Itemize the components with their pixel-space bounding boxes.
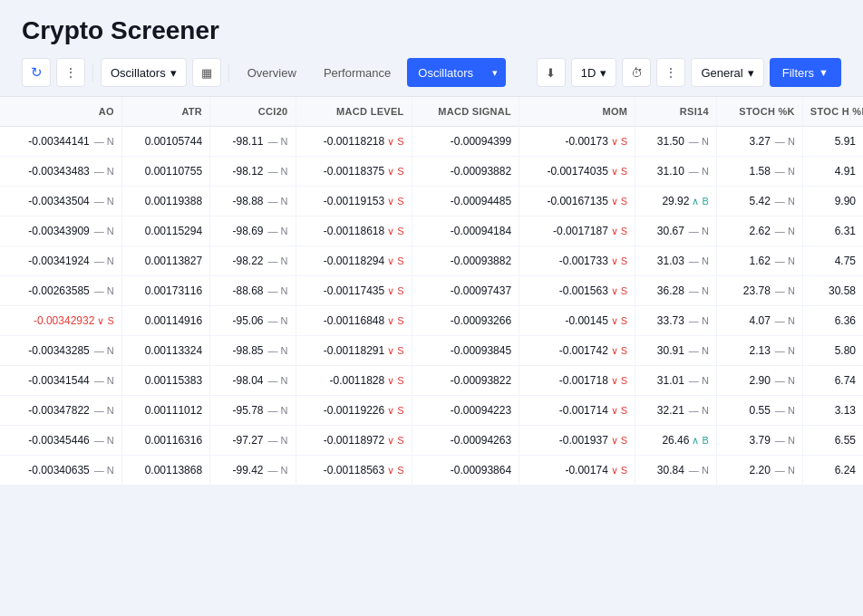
signal-sell: ∨ S	[611, 226, 627, 237]
cci20-value: -98.69	[233, 225, 264, 237]
atr-value: 0.00116316	[145, 434, 202, 447]
refresh-button[interactable]: ↻	[22, 58, 51, 87]
signal-neutral: — N	[94, 285, 114, 296]
cell-stoch-k: 1.62 — N	[716, 246, 802, 276]
col-stoch-d[interactable]: STOC H %D	[802, 97, 863, 127]
general-arrow-icon: ▾	[748, 66, 754, 80]
stoch-k-value: 2.62	[749, 225, 770, 237]
atr-value: 0.00111012	[145, 404, 202, 417]
general-dropdown[interactable]: General ▾	[691, 58, 763, 87]
signal-neutral: — N	[268, 255, 288, 266]
col-macd-signal[interactable]: MACD SIGNAL	[412, 97, 519, 127]
cell-ao: -0.00343483 — N	[0, 157, 121, 187]
rsi14-value: 30.91	[657, 344, 684, 357]
macd-level-value: -0.00118375	[324, 165, 384, 178]
cell-stoch-d: 6.36	[802, 306, 863, 336]
table-row: -0.00344141 — N 0.00105744 -98.11 — N -0…	[0, 127, 863, 157]
cell-stoch-d: 6.31	[802, 217, 863, 246]
cci20-value: -95.78	[233, 404, 264, 417]
signal-sell: ∨ S	[387, 345, 403, 357]
rsi14-value: 32.21	[657, 404, 684, 417]
cci20-value: -98.22	[233, 255, 264, 267]
mom-value: -0.001563	[559, 284, 608, 297]
tab-performance[interactable]: Performance	[313, 58, 402, 87]
oscillators-dropdown[interactable]: Oscillators ▾	[101, 58, 187, 87]
cell-ao: -0.00341544 — N	[0, 366, 121, 396]
table-row: -0.00343504 — N 0.00119388 -98.88 — N -0…	[0, 187, 863, 217]
macd-level-value: -0.00118618	[324, 225, 384, 237]
tab-oscillators-dropdown[interactable]: ▾	[484, 58, 506, 87]
col-rsi14[interactable]: RSI14	[635, 97, 717, 127]
cell-atr: 0.00119388	[121, 187, 209, 217]
tab-overview-label: Overview	[247, 66, 296, 80]
cell-macd-signal: -0.00097437	[412, 276, 519, 306]
col-stoch-k[interactable]: STOCH %K	[716, 97, 802, 127]
interval-arrow-icon: ▾	[600, 66, 606, 80]
cell-rsi14: 26.46 ∧ B	[635, 426, 717, 456]
col-cci20[interactable]: CCI20	[210, 97, 296, 127]
chart-icon: ▦	[201, 66, 212, 80]
signal-sell: ∨ S	[387, 375, 403, 387]
cell-stoch-d: 3.13	[802, 396, 863, 426]
cell-ao: -0.00347822 — N	[0, 396, 121, 426]
signal-buy: ∧ B	[692, 435, 708, 447]
cell-stoch-k: 2.62 — N	[716, 217, 802, 246]
signal-neutral: — N	[94, 136, 114, 147]
col-ao[interactable]: AO	[0, 97, 121, 127]
clock-button[interactable]: ⏱	[622, 58, 651, 87]
table-container: AO ATR CCI20 MACD LEVEL MACD SIGNAL MOM …	[0, 96, 863, 485]
cell-macd-signal: -0.00093266	[412, 306, 519, 336]
signal-neutral: — N	[94, 465, 114, 476]
atr-value: 0.00114916	[145, 314, 202, 327]
signal-neutral: — N	[775, 136, 795, 147]
cell-macd-level: -0.00118563 ∨ S	[296, 456, 412, 486]
cell-mom: -0.001742 ∨ S	[519, 336, 635, 366]
col-atr[interactable]: ATR	[121, 97, 209, 127]
cell-cci20: -99.42 — N	[210, 456, 296, 486]
table-row: -0.00341924 — N 0.00113827 -98.22 — N -0…	[0, 246, 863, 276]
cell-stoch-k: 2.13 — N	[716, 336, 802, 366]
download-button[interactable]: ⬇	[537, 58, 566, 87]
tab-performance-label: Performance	[324, 66, 391, 80]
settings-button[interactable]: ⋮	[656, 58, 685, 87]
ao-value: -0.00343285	[28, 344, 89, 357]
signal-neutral: — N	[94, 375, 114, 386]
cell-atr: 0.00113324	[121, 336, 209, 366]
stoch-d-value: 5.91	[835, 135, 856, 148]
signal-sell: ∨ S	[611, 345, 627, 357]
more-button[interactable]: ⋮	[56, 58, 85, 87]
cell-macd-level: -0.00118291 ∨ S	[296, 336, 412, 366]
cell-cci20: -95.06 — N	[210, 306, 296, 336]
cell-macd-level: -0.00118375 ∨ S	[296, 157, 412, 187]
filters-label: Filters	[782, 66, 814, 80]
signal-sell: ∨ S	[387, 315, 403, 327]
cell-stoch-d: 6.74	[802, 366, 863, 396]
cell-atr: 0.00105744	[121, 127, 209, 157]
cell-ao: -0.00345446 — N	[0, 426, 121, 456]
col-mom[interactable]: MOM	[519, 97, 635, 127]
signal-neutral: — N	[268, 285, 288, 296]
ao-value: -0.00343909	[28, 225, 89, 237]
signal-neutral: — N	[689, 166, 709, 177]
signal-neutral: — N	[268, 345, 288, 356]
cell-ao: -0.00344141 — N	[0, 127, 121, 157]
col-macd-level[interactable]: MACD LEVEL	[296, 97, 412, 127]
signal-neutral: — N	[268, 465, 288, 476]
macd-signal-value: -0.00093864	[451, 464, 511, 476]
filters-button[interactable]: Filters ▼	[770, 58, 841, 87]
signal-neutral: — N	[268, 196, 288, 207]
interval-dropdown[interactable]: 1D ▾	[571, 58, 617, 87]
chart-icon-button[interactable]: ▦	[192, 58, 221, 87]
cell-atr: 0.00114916	[121, 306, 209, 336]
macd-level-value: -0.00116848	[324, 314, 384, 327]
tab-oscillators[interactable]: Oscillators	[407, 58, 484, 87]
cell-cci20: -95.78 — N	[210, 396, 296, 426]
table-row: -0.00343909 — N 0.00115294 -98.69 — N -0…	[0, 217, 863, 246]
cci20-value: -88.68	[233, 284, 264, 297]
refresh-icon: ↻	[31, 64, 43, 81]
oscillators-tab-group: Oscillators ▾	[407, 58, 506, 87]
ao-value: -0.00341544	[28, 374, 89, 387]
cell-mom: -0.001563 ∨ S	[519, 276, 635, 306]
tab-overview[interactable]: Overview	[237, 58, 307, 87]
table-row: -0.00263585 — N 0.00173116 -88.68 — N -0…	[0, 276, 863, 306]
